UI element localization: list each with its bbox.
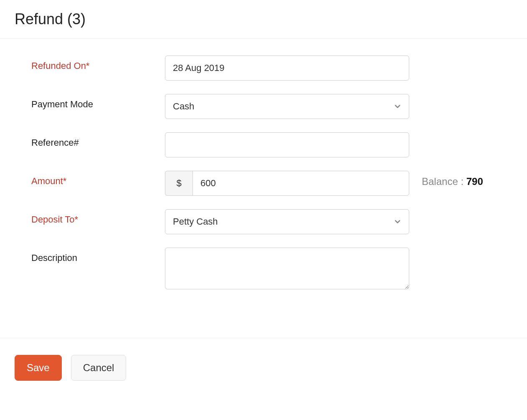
row-deposit-to: Deposit To* Petty Cash xyxy=(31,209,512,234)
payment-mode-value: Cash xyxy=(173,101,194,112)
label-description: Description xyxy=(31,248,165,263)
cancel-button[interactable]: Cancel xyxy=(71,355,127,381)
form-footer: Save Cancel xyxy=(0,338,527,397)
amount-input[interactable] xyxy=(193,171,409,196)
reference-input[interactable] xyxy=(165,132,409,157)
balance-label: Balance : xyxy=(422,176,466,187)
description-textarea[interactable] xyxy=(165,248,409,289)
balance-info: Balance : 790 xyxy=(422,171,483,187)
deposit-to-value: Petty Cash xyxy=(173,216,218,227)
refund-form: Refunded On* Payment Mode Cash Reference… xyxy=(0,39,527,338)
row-reference: Reference# xyxy=(31,132,512,157)
payment-mode-select[interactable]: Cash xyxy=(165,94,409,119)
refunded-on-input[interactable] xyxy=(165,56,409,81)
row-description: Description xyxy=(31,248,512,291)
row-amount: Amount* $ Balance : 790 xyxy=(31,171,512,196)
row-refunded-on: Refunded On* xyxy=(31,56,512,81)
label-payment-mode: Payment Mode xyxy=(31,94,165,110)
deposit-to-select[interactable]: Petty Cash xyxy=(165,209,409,234)
label-reference: Reference# xyxy=(31,132,165,148)
save-button[interactable]: Save xyxy=(15,355,62,381)
label-deposit-to: Deposit To* xyxy=(31,209,165,225)
page-header: Refund (3) xyxy=(0,0,527,39)
page-title: Refund (3) xyxy=(15,10,512,28)
label-refunded-on: Refunded On* xyxy=(31,56,165,71)
label-amount: Amount* xyxy=(31,171,165,187)
row-payment-mode: Payment Mode Cash xyxy=(31,94,512,119)
balance-value: 790 xyxy=(466,176,483,187)
currency-addon: $ xyxy=(165,171,193,196)
